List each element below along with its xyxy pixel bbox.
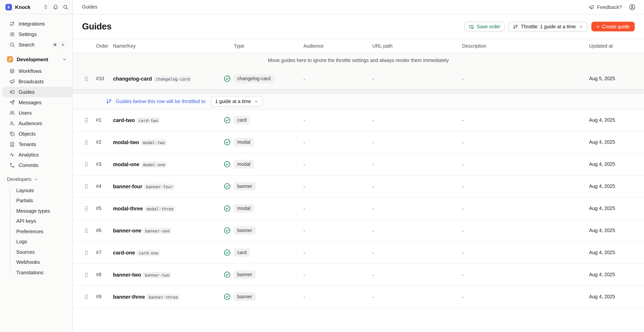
developers-item[interactable]: Sources (0, 247, 72, 257)
audience-value: - (304, 272, 372, 277)
table-row[interactable]: #9 banner-three banner-three banner - - … (73, 286, 644, 308)
drag-handle-icon[interactable] (84, 76, 96, 82)
sidebar-item-audiences[interactable]: Audiences (2, 118, 72, 129)
drag-handle-icon[interactable] (84, 228, 96, 233)
guide-name[interactable]: modal-three (113, 206, 143, 211)
column-type: Type (224, 43, 304, 49)
developers-item[interactable]: Webhooks (0, 257, 72, 267)
throttle-drop-zone (73, 90, 644, 94)
table-row[interactable]: #2 modal-two modal-two modal - - - Aug (73, 131, 644, 153)
developers-item[interactable]: Message types (0, 206, 72, 216)
table-row[interactable]: #3 modal-one modal-one modal - - - Aug (73, 153, 644, 175)
create-guide-button[interactable]: + Create guide (591, 22, 635, 31)
feedback-label: Feedback? (597, 4, 622, 10)
sidebar-item-guides[interactable]: Guides (2, 87, 72, 97)
sidebar-item-settings[interactable]: Settings (2, 29, 70, 40)
swap-arrows-icon (9, 21, 15, 27)
sidebar-item-workflows[interactable]: Workflows (2, 66, 72, 76)
type-badge: modal (234, 204, 254, 213)
workspace-switcher[interactable]: k Knock (0, 0, 72, 14)
sidebar-env-list: Workflows Broadcasts Guides Messages (0, 66, 72, 170)
table-row[interactable]: #1 card-two card-two card - - - Aug 4, (73, 109, 644, 131)
sidebar-item-label: Audiences (18, 121, 42, 126)
developers-item-label: Webhooks (16, 259, 40, 265)
guide-name[interactable]: changelog-card (113, 76, 152, 82)
sidebar-item-users[interactable]: Users (2, 108, 72, 118)
sidebar-item-commits[interactable]: Commits (2, 160, 72, 170)
table-row[interactable]: #10 changelog-card changelog-card change… (73, 67, 644, 90)
chevrons-up-down-icon[interactable] (43, 4, 48, 10)
developers-item[interactable]: Preferences (0, 226, 72, 236)
breadcrumb[interactable]: Guides (82, 4, 97, 10)
save-order-button[interactable]: Save order (464, 22, 505, 31)
table-row[interactable]: #6 banner-one banner-one banner - - - A (73, 220, 644, 242)
sidebar-item-analytics[interactable]: Analytics (2, 150, 72, 160)
environment-switcher[interactable]: Development (0, 54, 72, 65)
guide-name[interactable]: card-two (113, 117, 135, 123)
sidebar-item-messages[interactable]: Messages (2, 97, 72, 108)
gear-icon (9, 31, 15, 37)
sidebar-item-integrations[interactable]: Integrations (2, 19, 70, 29)
drag-handle-icon[interactable] (84, 294, 96, 300)
drag-handle-icon[interactable] (84, 117, 96, 123)
developers-item-label: Preferences (16, 229, 43, 234)
url-path-value: - (372, 250, 462, 255)
throttle-select-value: Throttle: 1 guide at a time (521, 24, 576, 29)
type-badge: banner (234, 182, 256, 191)
guide-name[interactable]: modal-one (113, 162, 140, 167)
drag-handle-icon[interactable] (84, 205, 96, 211)
guide-name[interactable]: modal-two (113, 139, 139, 145)
row-order: #2 (96, 139, 113, 145)
developers-section-toggle[interactable]: Developers (0, 174, 72, 184)
sidebar-item-label: Tenants (18, 141, 36, 147)
description-value: - (462, 139, 589, 145)
guide-name[interactable]: banner-three (113, 294, 145, 300)
row-order: #9 (96, 294, 113, 299)
audience-value: - (304, 76, 372, 82)
guide-name[interactable]: card-one (113, 250, 135, 256)
table-row[interactable]: #4 banner-four banner-four banner - - - (73, 175, 644, 198)
throttle-select[interactable]: Throttle: 1 guide at a time (508, 22, 588, 31)
paper-plane-icon (9, 100, 15, 105)
url-path-value: - (372, 76, 462, 82)
throttle-amount-select[interactable]: 1 guide at a time (211, 96, 263, 107)
developers-item[interactable]: API keys (0, 216, 72, 226)
drag-handle-icon[interactable] (84, 272, 96, 277)
feedback-button[interactable]: Feedback? (588, 4, 622, 10)
guide-name[interactable]: banner-one (113, 228, 142, 234)
sidebar-item-label: Settings (18, 31, 37, 37)
sidebar: k Knock Integrations (0, 0, 73, 332)
sidebar-item-tenants[interactable]: Tenants (2, 139, 72, 150)
description-value: - (462, 294, 589, 300)
drag-handle-icon[interactable] (84, 250, 96, 255)
table-row[interactable]: #5 modal-three modal-three modal - - - (73, 198, 644, 220)
guide-key-badge: modal-three (144, 206, 175, 212)
table-row[interactable]: #7 card-one card-one card - - - Aug 4, (73, 242, 644, 264)
plus-icon: + (596, 24, 600, 29)
sidebar-item-broadcasts[interactable]: Broadcasts (2, 76, 72, 87)
sidebar-item-label: Users (18, 110, 32, 116)
status-check-icon (224, 205, 231, 212)
drag-handle-icon[interactable] (84, 183, 96, 189)
developers-item[interactable]: Layouts (0, 185, 72, 195)
type-badge: modal (234, 160, 254, 169)
drag-handle-icon[interactable] (84, 139, 96, 145)
search-icon[interactable] (63, 4, 68, 10)
url-path-value: - (372, 205, 462, 211)
guide-name[interactable]: banner-four (113, 184, 142, 189)
developers-item[interactable]: Logs (0, 236, 72, 247)
updated-at-value: Aug 4, 2025 (589, 206, 635, 211)
sidebar-item-label: Commits (18, 162, 38, 168)
account-avatar-icon[interactable] (629, 4, 636, 10)
developers-item[interactable]: Translations (0, 267, 72, 277)
sidebar-item-objects[interactable]: Objects (2, 129, 72, 139)
updated-at-value: Aug 5, 2025 (589, 76, 635, 81)
sidebar-item-search[interactable]: Search ⌘ K (2, 40, 70, 50)
drag-handle-icon[interactable] (84, 161, 96, 167)
table-row[interactable]: #8 banner-two banner-two banner - - - A (73, 264, 644, 286)
create-guide-label: Create guide (602, 24, 630, 29)
column-order: Order (96, 43, 113, 49)
developers-item[interactable]: Partials (0, 195, 72, 206)
bell-icon[interactable] (53, 4, 58, 10)
guide-name[interactable]: banner-two (113, 272, 141, 278)
